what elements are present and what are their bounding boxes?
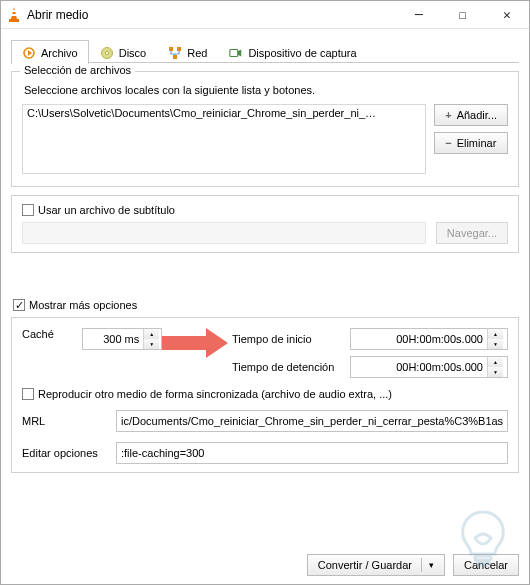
vlc-icon xyxy=(7,7,21,23)
subtitle-panel: Usar un archivo de subtítulo Navegar... xyxy=(11,195,519,253)
svg-rect-2 xyxy=(12,10,16,12)
cache-input[interactable] xyxy=(83,329,143,349)
svg-rect-11 xyxy=(230,49,238,56)
file-icon xyxy=(22,46,36,60)
extra-media-label: Reproducir otro medio de forma sincroniz… xyxy=(38,388,392,400)
tab-file-label: Archivo xyxy=(41,47,78,59)
svg-marker-0 xyxy=(11,7,17,19)
cancel-label: Cancelar xyxy=(464,559,508,571)
cache-down[interactable]: ▼ xyxy=(144,339,159,349)
svg-marker-5 xyxy=(28,50,32,56)
cancel-button[interactable]: Cancelar xyxy=(453,554,519,576)
file-list-item[interactable]: C:\Users\Solvetic\Documents\Cmo_reinicia… xyxy=(27,107,421,119)
extra-media-checkbox[interactable] xyxy=(22,388,34,400)
stop-time-up[interactable]: ▲ xyxy=(488,357,503,367)
cache-spinner[interactable]: ▲ ▼ xyxy=(82,328,162,350)
start-time-spinner[interactable]: ▲ ▼ xyxy=(350,328,508,350)
show-more-label: Mostrar más opciones xyxy=(29,299,137,311)
remove-file-button[interactable]: − Eliminar xyxy=(434,132,508,154)
svg-rect-9 xyxy=(177,47,181,51)
close-button[interactable]: ✕ xyxy=(485,1,529,29)
dropdown-icon: ▾ xyxy=(429,560,434,570)
advanced-panel: Caché ▲ ▼ Tiempo de inicio xyxy=(11,317,519,473)
tabs: Archivo Disco Red Dispositivo de captura xyxy=(11,39,519,63)
open-media-window: Abrir medio ─ ☐ ✕ Archivo Disco Red Disp… xyxy=(0,0,530,585)
add-file-label: Añadir... xyxy=(457,109,497,121)
minimize-button[interactable]: ─ xyxy=(397,1,441,29)
edit-options-label: Editar opciones xyxy=(22,447,108,459)
titlebar: Abrir medio ─ ☐ ✕ xyxy=(1,1,529,29)
network-icon xyxy=(168,46,182,60)
file-list[interactable]: C:\Users\Solvetic\Documents\Cmo_reinicia… xyxy=(22,104,426,174)
file-selection-hint: Seleccione archivos locales con la sigui… xyxy=(24,84,508,96)
show-more-options-row: Mostrar más opciones xyxy=(13,299,519,311)
stop-time-down[interactable]: ▼ xyxy=(488,367,503,377)
annotation-arrow xyxy=(162,328,232,358)
subtitle-path-input[interactable] xyxy=(22,222,426,244)
start-time-input[interactable] xyxy=(351,329,487,349)
svg-rect-1 xyxy=(9,19,19,22)
convert-save-button[interactable]: Convertir / Guardar ▾ xyxy=(307,554,445,576)
remove-file-label: Eliminar xyxy=(457,137,497,149)
add-file-button[interactable]: + Añadir... xyxy=(434,104,508,126)
minus-icon: − xyxy=(445,137,451,149)
subtitle-browse-button[interactable]: Navegar... xyxy=(436,222,508,244)
window-title: Abrir medio xyxy=(27,8,397,22)
stop-time-label: Tiempo de detención xyxy=(232,361,342,373)
show-more-checkbox[interactable] xyxy=(13,299,25,311)
tab-network-label: Red xyxy=(187,47,207,59)
cache-up[interactable]: ▲ xyxy=(144,329,159,339)
cache-label: Caché xyxy=(22,328,68,340)
start-time-down[interactable]: ▼ xyxy=(488,339,503,349)
stop-time-spinner[interactable]: ▲ ▼ xyxy=(350,356,508,378)
svg-point-7 xyxy=(105,51,108,54)
stop-time-input[interactable] xyxy=(351,357,487,377)
svg-rect-8 xyxy=(169,47,173,51)
file-selection-panel: Selección de archivos Seleccione archivo… xyxy=(11,71,519,187)
tab-capture-label: Dispositivo de captura xyxy=(248,47,356,59)
capture-icon xyxy=(229,46,243,60)
plus-icon: + xyxy=(445,109,451,121)
subtitle-browse-label: Navegar... xyxy=(447,227,497,239)
mrl-input[interactable] xyxy=(116,410,508,432)
convert-save-label: Convertir / Guardar xyxy=(318,559,412,571)
tab-capture[interactable]: Dispositivo de captura xyxy=(218,40,367,64)
tab-disc[interactable]: Disco xyxy=(89,40,158,64)
mrl-label: MRL xyxy=(22,415,108,427)
svg-rect-10 xyxy=(173,55,177,59)
tab-file[interactable]: Archivo xyxy=(11,40,89,64)
start-time-up[interactable]: ▲ xyxy=(488,329,503,339)
disc-icon xyxy=(100,46,114,60)
maximize-button[interactable]: ☐ xyxy=(441,1,485,29)
tab-network[interactable]: Red xyxy=(157,40,218,64)
use-subtitle-label: Usar un archivo de subtítulo xyxy=(38,204,175,216)
edit-options-input[interactable] xyxy=(116,442,508,464)
start-time-label: Tiempo de inicio xyxy=(232,333,342,345)
svg-rect-3 xyxy=(12,14,17,16)
dialog-footer: Convertir / Guardar ▾ Cancelar xyxy=(11,548,519,576)
use-subtitle-checkbox[interactable] xyxy=(22,204,34,216)
file-selection-legend: Selección de archivos xyxy=(20,64,135,76)
tab-disc-label: Disco xyxy=(119,47,147,59)
